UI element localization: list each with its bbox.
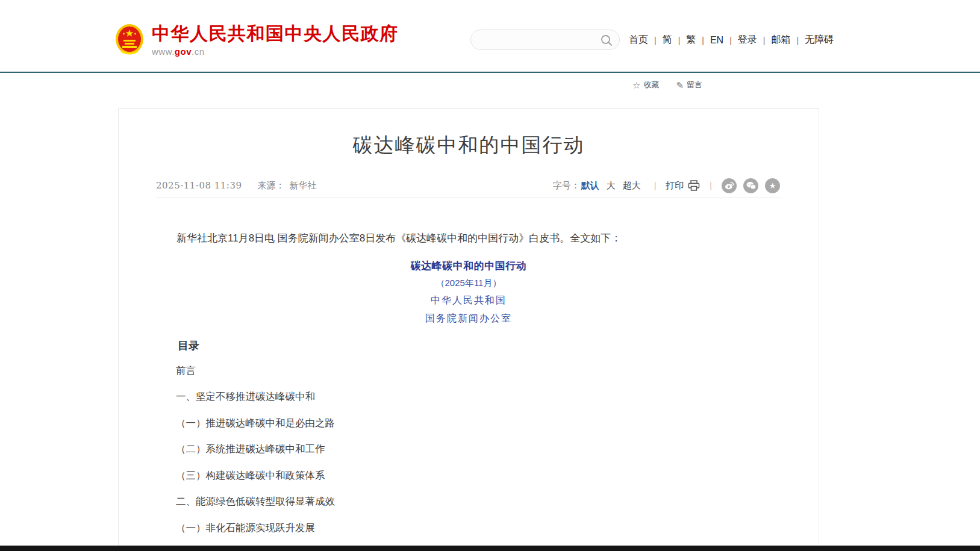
- page: 中华人民共和国中央人民政府 www.gov.cn 首页| 简| 繁| EN| 登…: [0, 0, 980, 551]
- nav-item-home[interactable]: 首页: [629, 34, 648, 46]
- article-meta-right: 字号： 默认 大 超大 | 打印 |: [553, 178, 780, 193]
- fontsize-xlarge-button[interactable]: 超大: [623, 180, 641, 191]
- nav-separator: |: [654, 36, 657, 45]
- share-qzone-icon[interactable]: ★: [765, 178, 780, 193]
- star-icon: ☆: [632, 81, 640, 90]
- fontsize-label: 字号：: [553, 180, 580, 191]
- page-tools: ☆ 收藏 ✎ 留言: [632, 79, 702, 90]
- nav-item-simplified[interactable]: 简: [663, 34, 672, 46]
- qzone-star-glyph: ★: [769, 182, 776, 190]
- site-title: 中华人民共和国中央人民政府: [152, 23, 399, 43]
- meta-separator: |: [710, 181, 712, 190]
- document-title: 碳达峰碳中和的中国行动: [119, 259, 819, 273]
- toc-item: 二、能源绿色低碳转型取得显著成效: [156, 495, 780, 508]
- nav-item-accessibility[interactable]: 无障碍: [805, 34, 834, 46]
- site-url: www.gov.cn: [152, 46, 399, 57]
- nav-item-traditional[interactable]: 繁: [686, 34, 696, 46]
- publish-date: 2025-11-08 11:39: [156, 180, 242, 191]
- toc-item: 一、坚定不移推进碳达峰碳中和: [156, 390, 780, 403]
- source-label: 来源：: [257, 180, 284, 191]
- search-icon[interactable]: [601, 34, 613, 46]
- top-nav: 首页| 简| 繁| EN| 登录| 邮箱| 无障碍: [629, 34, 834, 46]
- article-title: 碳达峰碳中和的中国行动: [119, 132, 819, 159]
- favorite-label: 收藏: [643, 79, 659, 90]
- article-card: 碳达峰碳中和的中国行动 2025-11-08 11:39 来源： 新华社 字号：…: [118, 108, 819, 551]
- brand-text: 中华人民共和国中央人民政府 www.gov.cn: [152, 23, 399, 57]
- print-button[interactable]: 打印: [666, 180, 700, 191]
- nav-item-mail[interactable]: 邮箱: [771, 34, 790, 46]
- fontsize-default-button[interactable]: 默认: [581, 180, 599, 191]
- toc-item: （一）推进碳达峰碳中和是必由之路: [156, 417, 780, 430]
- nav-separator: |: [729, 36, 732, 45]
- nav-separator: |: [796, 36, 799, 45]
- search-input[interactable]: [481, 31, 598, 49]
- toc-item: （二）系统推进碳达峰碳中和工作: [156, 443, 780, 456]
- toc-item: 前言: [156, 364, 780, 378]
- document-org-line2: 国务院新闻办公室: [119, 313, 819, 325]
- favorite-button[interactable]: ☆ 收藏: [632, 79, 659, 90]
- nav-separator: |: [702, 36, 704, 45]
- share-wechat-icon[interactable]: [743, 178, 758, 193]
- bottom-edge-bar: [0, 546, 980, 551]
- print-label: 打印: [666, 180, 684, 191]
- toc-heading: 目录: [156, 338, 780, 353]
- article-meta-left: 2025-11-08 11:39 来源： 新华社: [156, 180, 316, 191]
- fontsize-large-button[interactable]: 大: [607, 180, 616, 191]
- nav-separator: |: [763, 36, 766, 45]
- nav-item-english[interactable]: EN: [710, 35, 723, 46]
- site-url-prefix: www.: [152, 46, 175, 57]
- search-box: [470, 30, 620, 50]
- site-url-suffix: .cn: [192, 46, 205, 57]
- document-org-line1: 中华人民共和国: [119, 294, 819, 307]
- comment-label: 留言: [687, 79, 702, 90]
- national-emblem-icon: [115, 23, 144, 57]
- site-url-gov: gov: [175, 46, 192, 57]
- lead-paragraph: 新华社北京11月8日电 国务院新闻办公室8日发布《碳达峰碳中和的中国行动》白皮书…: [156, 230, 780, 246]
- toc-item: （一）非化石能源实现跃升发展: [156, 521, 780, 535]
- comment-button[interactable]: ✎ 留言: [676, 79, 702, 90]
- meta-divider: [156, 197, 780, 198]
- nav-separator: |: [678, 36, 681, 45]
- toc-item: （三）构建碳达峰碳中和政策体系: [156, 469, 780, 482]
- pencil-icon: ✎: [676, 81, 684, 90]
- site-logo-link[interactable]: 中华人民共和国中央人民政府 www.gov.cn: [115, 23, 399, 57]
- meta-separator: |: [654, 181, 657, 190]
- site-header: 中华人民共和国中央人民政府 www.gov.cn 首页| 简| 繁| EN| 登…: [0, 0, 980, 73]
- nav-item-login[interactable]: 登录: [738, 34, 757, 46]
- article-source: 新华社: [289, 180, 316, 191]
- printer-icon: [688, 180, 700, 191]
- share-weibo-icon[interactable]: [722, 178, 737, 193]
- article-meta-row: 2025-11-08 11:39 来源： 新华社 字号： 默认 大 超大 | 打…: [156, 178, 780, 193]
- share-group: ★: [722, 178, 780, 193]
- document-date: （2025年11月）: [119, 278, 819, 289]
